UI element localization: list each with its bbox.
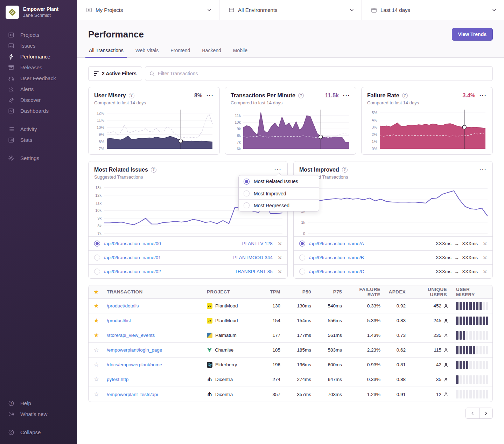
tab-backend[interactable]: Backend <box>201 48 222 57</box>
sidebar-collapse-button[interactable]: Collapse <box>0 427 77 438</box>
transaction-link[interactable]: /api/0/transaction_name/00 <box>104 241 238 246</box>
sidebar-item-alerts[interactable]: Alerts <box>0 84 77 95</box>
previous-page-button[interactable] <box>466 408 479 418</box>
user-misery-bar <box>452 346 492 354</box>
tpm-chart[interactable]: 11k10k9k8k7k6k <box>231 109 350 150</box>
sidebar-item-dashboards[interactable]: Dashboards <box>0 105 77 116</box>
tab-mobile[interactable]: Mobile <box>232 48 248 57</box>
svg-text:9k: 9k <box>237 127 241 131</box>
radio-unselected[interactable] <box>299 269 305 275</box>
transaction-link[interactable]: /api/0/transaction_name/A <box>309 241 432 246</box>
project-name[interactable]: Dicentra <box>215 377 233 382</box>
transaction-link[interactable]: /empowerplant_tests/api <box>107 392 158 397</box>
radio-unselected[interactable] <box>94 269 100 275</box>
close-icon[interactable] <box>482 254 487 261</box>
dropdown-item-most-regressed[interactable]: Most Regressed <box>239 199 319 211</box>
transaction-link[interactable]: /docs/empowerplant/home <box>107 362 162 367</box>
help-circle-icon[interactable]: ? <box>298 93 304 98</box>
sidebar-item-projects[interactable]: Projects <box>0 29 77 40</box>
next-page-button[interactable] <box>479 408 492 418</box>
tab-all-transactions[interactable]: All Transactions <box>88 48 124 57</box>
svg-text:0: 0 <box>303 231 305 235</box>
close-icon[interactable] <box>276 254 282 261</box>
help-circle-icon[interactable]: ? <box>402 93 408 98</box>
sidebar-item-label: Issues <box>20 43 35 49</box>
close-icon[interactable] <box>276 268 282 275</box>
project-name[interactable]: PlantMood <box>215 318 238 323</box>
favorite-star[interactable]: ★ <box>93 303 99 309</box>
column-tpm[interactable]: TPM <box>263 289 285 294</box>
help-circle-icon[interactable]: ? <box>342 167 348 173</box>
transaction-link[interactable]: /api/0/transaction_name/01 <box>104 255 229 260</box>
transaction-link[interactable]: /product/list <box>107 318 131 323</box>
close-icon[interactable] <box>276 240 282 247</box>
project-name[interactable]: Dicentra <box>215 392 233 397</box>
user-misery-chart[interactable]: 12%11%10%9%8%7% <box>94 109 214 150</box>
dropdown-item-most-related-issues[interactable]: Most Related Issues <box>239 175 319 187</box>
transaction-link[interactable]: /empowerplant/login_page <box>107 347 162 353</box>
sidebar-item-settings[interactable]: Settings <box>0 153 77 164</box>
favorite-star[interactable]: ★ <box>93 318 99 324</box>
radio-unselected[interactable] <box>299 255 305 261</box>
transaction-link[interactable]: pytest.http <box>107 377 128 382</box>
filter-transactions-input[interactable] <box>145 66 493 81</box>
ellipsis-menu-button[interactable] <box>273 166 282 173</box>
project-name[interactable]: Elderberry <box>215 362 237 367</box>
column-failure-rate[interactable]: FAILURE RATE <box>347 287 385 297</box>
column-apdex[interactable]: APDEX <box>385 289 411 294</box>
transaction-link[interactable]: /store/api_view_events <box>107 333 155 338</box>
transaction-link[interactable]: /api/0/transaction_name/C <box>309 269 432 274</box>
transaction-link[interactable]: /api/0/transaction_name/B <box>309 255 432 260</box>
radio-selected[interactable] <box>299 241 305 247</box>
ellipsis-menu-button[interactable] <box>478 92 487 99</box>
tab-web-vitals[interactable]: Web Vitals <box>135 48 159 57</box>
column-transaction[interactable]: TRANSACTION <box>104 289 204 294</box>
radio-selected[interactable] <box>94 241 100 247</box>
favorite-star[interactable]: ☆ <box>93 362 99 368</box>
transaction-link[interactable]: /api/0/transaction_name/02 <box>104 269 231 274</box>
org-switcher[interactable]: Empower Plant Jane Schmidt <box>0 6 77 19</box>
column-user-misery[interactable]: USER MISERY <box>452 287 492 297</box>
sidebar-item-releases[interactable]: Releases <box>0 62 77 73</box>
most-improved-chart[interactable]: 2k1k0 <box>297 182 489 235</box>
close-icon[interactable] <box>482 240 487 247</box>
active-filters-button[interactable]: 2 Active Filters <box>88 66 142 81</box>
ellipsis-menu-button[interactable] <box>205 92 214 99</box>
issue-link[interactable]: PLANTTV-128 <box>242 241 273 246</box>
date-range-selector[interactable]: Last 14 days <box>362 0 504 20</box>
ellipsis-menu-button[interactable] <box>342 92 350 99</box>
column-p50[interactable]: P50 <box>285 289 316 294</box>
environment-selector[interactable]: All Environments <box>219 0 362 20</box>
sidebar-item-performance[interactable]: Performance <box>0 51 77 62</box>
sidebar-item-user-feedback[interactable]: User Feedback <box>0 73 77 84</box>
dropdown-item-most-improved[interactable]: Most Improved <box>239 187 319 199</box>
sidebar-item-help[interactable]: ? Help <box>0 398 77 409</box>
transaction-link[interactable]: /product/details <box>107 303 139 308</box>
issue-link[interactable]: PLANTMOOD-344 <box>233 255 273 260</box>
ellipsis-menu-button[interactable] <box>478 166 487 173</box>
tab-frontend[interactable]: Frontend <box>170 48 191 57</box>
help-circle-icon[interactable]: ? <box>151 167 156 173</box>
help-circle-icon[interactable]: ? <box>129 93 134 98</box>
favorite-star[interactable]: ☆ <box>93 391 99 397</box>
column-project[interactable]: PROJECT <box>204 289 263 294</box>
column-unique-users[interactable]: UNIQUE USERS <box>411 287 452 297</box>
favorite-star[interactable]: ☆ <box>93 347 99 353</box>
sidebar-item-issues[interactable]: Issues <box>0 40 77 51</box>
project-name[interactable]: Palmatum <box>215 333 237 338</box>
sidebar-item-whats-new[interactable]: What’s new <box>0 409 77 419</box>
column-p75[interactable]: P75 <box>316 289 347 294</box>
issue-link[interactable]: TRANSPLANT-85 <box>235 269 273 274</box>
radio-unselected[interactable] <box>94 255 100 261</box>
project-selector[interactable]: My Projects <box>77 0 219 20</box>
close-icon[interactable] <box>482 268 487 275</box>
sidebar-item-discover[interactable]: Discover <box>0 95 77 105</box>
project-name[interactable]: Chamise <box>215 347 233 353</box>
favorite-star[interactable]: ★ <box>93 332 99 338</box>
failure-rate-chart[interactable]: 5%4%3%2%1%0% <box>367 109 487 150</box>
sidebar-item-activity[interactable]: Activity <box>0 124 77 134</box>
favorite-star[interactable]: ☆ <box>93 376 99 382</box>
view-trends-button[interactable]: View Trends <box>452 28 493 41</box>
sidebar-item-stats[interactable]: Stats <box>0 134 77 145</box>
project-name[interactable]: PlantMood <box>215 303 238 308</box>
